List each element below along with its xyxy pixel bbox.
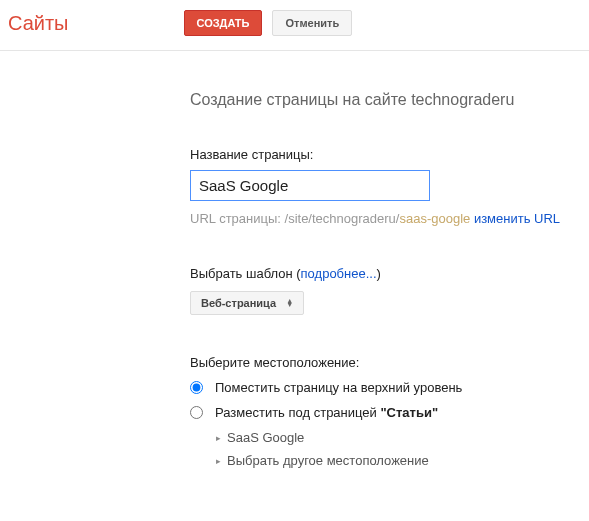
app-header: Сайты СОЗДАТЬ Отменить (0, 0, 589, 51)
create-button[interactable]: СОЗДАТЬ (184, 10, 263, 36)
template-select[interactable]: Веб-страница ▲▼ (190, 291, 304, 315)
radio-under-label: Разместить под страницей "Статьи" (215, 405, 438, 420)
template-section: Выбрать шаблон (подробнее...) Веб-страни… (190, 266, 589, 315)
content-area: Создание страницы на сайте technograderu… (0, 51, 589, 468)
radio-under[interactable] (190, 406, 203, 419)
tree-item-saas[interactable]: ▸ SaaS Google (216, 430, 589, 445)
template-label: Выбрать шаблон (подробнее...) (190, 266, 589, 281)
updown-icon: ▲▼ (286, 299, 293, 307)
tree-item-label: SaaS Google (227, 430, 304, 445)
radio-under-page: "Статьи" (380, 405, 438, 420)
radio-under-prefix: Разместить под страницей (215, 405, 380, 420)
template-more-link[interactable]: подробнее... (301, 266, 377, 281)
tree-item-other[interactable]: ▸ Выбрать другое местоположение (216, 453, 589, 468)
caret-icon: ▸ (216, 433, 221, 443)
location-label: Выберите местоположение: (190, 355, 589, 370)
change-url-link[interactable]: изменить URL (474, 211, 560, 226)
caret-icon: ▸ (216, 456, 221, 466)
page-name-label: Название страницы: (190, 147, 589, 162)
location-option-top[interactable]: Поместить страницу на верхний уровень (190, 380, 589, 395)
radio-top-label: Поместить страницу на верхний уровень (215, 380, 462, 395)
url-slug: saas-google (399, 211, 470, 226)
template-selected-value: Веб-страница (201, 297, 276, 309)
location-section: Выберите местоположение: Поместить стран… (190, 355, 589, 468)
url-row: URL страницы: /site/technograderu/saas-g… (190, 211, 589, 226)
radio-top[interactable] (190, 381, 203, 394)
brand-logo: Сайты (8, 12, 69, 35)
location-option-under[interactable]: Разместить под страницей "Статьи" (190, 405, 589, 420)
url-path: /site/technograderu/ (285, 211, 400, 226)
tree-other-label: Выбрать другое местоположение (227, 453, 429, 468)
template-label-text: Выбрать шаблон ( (190, 266, 301, 281)
location-tree: ▸ SaaS Google ▸ Выбрать другое местополо… (216, 430, 589, 468)
page-name-input[interactable] (190, 170, 430, 201)
url-prefix-label: URL страницы: (190, 211, 285, 226)
cancel-button[interactable]: Отменить (272, 10, 352, 36)
template-label-close: ) (377, 266, 381, 281)
page-title: Создание страницы на сайте technograderu (190, 91, 589, 109)
